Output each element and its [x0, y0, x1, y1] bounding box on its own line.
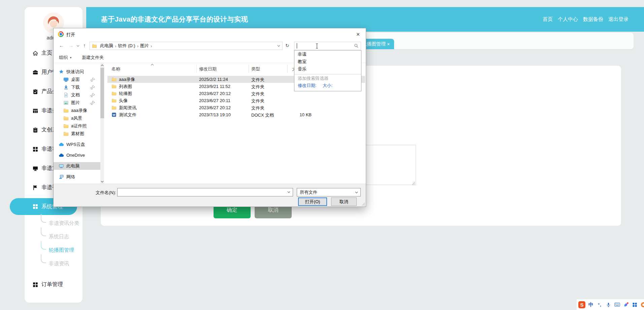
scroll-up-icon[interactable] [101, 64, 104, 66]
file-row[interactable]: 新闻资讯2023/6/27 20:12文件夹 [107, 104, 365, 111]
organize-button[interactable]: 组织 ▼ [59, 55, 72, 61]
scrollbar-thumb[interactable] [100, 68, 104, 118]
header-link-1[interactable]: 个人中心 [558, 16, 578, 23]
file-name-cell: 头像 [111, 97, 128, 104]
tree-item-label: a风景 [71, 115, 82, 121]
app-gradient-icon[interactable] [623, 302, 629, 308]
chrome-icon [58, 31, 64, 37]
file-row[interactable]: 头像2023/6/27 20:11文件夹 [107, 97, 365, 104]
grid-blue-icon[interactable] [632, 302, 638, 308]
table-icon [32, 108, 38, 114]
scroll-down-icon[interactable] [101, 181, 104, 183]
open-button[interactable]: 打开(O) [298, 197, 327, 206]
tree-item[interactable]: 素材图 [54, 130, 100, 137]
sidebar-item[interactable]: 订单管理 [25, 275, 83, 294]
dialog-resize-grip-icon[interactable] [361, 202, 365, 206]
tree-item[interactable]: 此电脑 [54, 162, 100, 170]
header-link-0[interactable]: 首页 [543, 16, 553, 23]
recent-locations-chevron-icon[interactable] [76, 45, 79, 47]
text-caret [297, 43, 297, 49]
refresh-icon[interactable]: ↻ [285, 43, 289, 48]
tab-close-icon[interactable]: × [387, 41, 390, 47]
column-divider [287, 65, 288, 73]
desktop-icon [63, 77, 69, 82]
tree-item[interactable]: a风景 [54, 114, 100, 122]
tree-item[interactable]: 下载 [54, 83, 100, 91]
dialog-footer: 文件名(N): 所有文件 打开(O) 取消 [54, 184, 366, 207]
onedrive-icon [59, 153, 64, 158]
forward-icon[interactable]: → [68, 42, 73, 48]
file-type: 文件夹 [251, 84, 264, 90]
dialog-close-button[interactable]: × [353, 29, 363, 39]
sogou-input-icon[interactable]: S [578, 301, 585, 308]
sort-ascending-icon[interactable] [151, 64, 154, 66]
back-icon[interactable]: ← [59, 42, 64, 48]
breadcrumb-item[interactable]: 图片 [138, 43, 151, 49]
dialog-cancel-button[interactable]: 取消 [331, 197, 357, 206]
organize-caret-icon: ▼ [69, 56, 72, 59]
tree-item[interactable]: 图片 [54, 99, 100, 106]
sidebar-subitem[interactable]: 系统日志 [25, 230, 83, 243]
header-link-3[interactable]: 退出登录 [608, 16, 629, 23]
file-row[interactable]: W测试文件2023/7/13 19:10DOCX 文档10 KB [107, 111, 365, 118]
pin-icon [90, 77, 95, 83]
tree-item[interactable]: 桌面 [54, 75, 100, 83]
search-suggestion[interactable]: 音乐 [294, 65, 361, 73]
folder-icon [63, 123, 69, 129]
tree-item-label: 网络 [66, 174, 75, 180]
dialog-titlebar[interactable]: 打开 × [54, 28, 366, 40]
tree-item-label: 文档 [71, 92, 80, 98]
file-date: 2025/2/2 11:24 [199, 77, 228, 82]
tree-item[interactable]: WPS云盘 [54, 141, 100, 148]
header-link-2[interactable]: 数据备份 [583, 16, 603, 23]
breadcrumb-item[interactable]: 此电脑 [98, 43, 115, 49]
chinese-mode-icon[interactable]: 中 [588, 302, 594, 308]
tree-item[interactable]: OneDrive [54, 151, 100, 159]
search-suggestion[interactable]: 教室 [294, 58, 361, 65]
sidebar-item-label: 订单管理 [41, 281, 63, 288]
breadcrumb-item[interactable]: 软件 (D:) [116, 43, 137, 49]
picture-icon [63, 100, 69, 105]
sidebar-subitem[interactable]: 非遗资讯分类 [25, 216, 83, 230]
column-header[interactable]: 修改日期 [199, 66, 217, 72]
filename-input[interactable] [117, 188, 293, 196]
sidebar-subitem[interactable]: 非遗资讯 [25, 257, 83, 270]
grid-icon [32, 146, 38, 152]
column-header[interactable]: 类型 [251, 66, 260, 72]
tree-item[interactable]: 网络 [54, 173, 100, 181]
file-name-cell: 列表图 [111, 83, 132, 90]
sidebar-subitem[interactable]: 轮播图管理 [25, 243, 83, 257]
search-icon[interactable] [354, 43, 359, 48]
briefcase-icon [32, 69, 38, 75]
search-filter-link[interactable]: 大小: [323, 83, 333, 89]
filetype-select[interactable]: 所有文件 [297, 188, 361, 196]
filename-dropdown-chevron-icon[interactable] [287, 191, 290, 193]
tree-item-label: a证件照 [71, 123, 87, 129]
tree-scrollbar[interactable] [100, 63, 104, 184]
breadcrumb-separator: › [151, 43, 152, 49]
mic-icon[interactable] [605, 302, 612, 308]
new-folder-button[interactable]: 新建文件夹 [82, 55, 104, 61]
add-search-filter-label: 添加搜索筛选器 [294, 75, 361, 82]
tree-item-label: 此电脑 [66, 163, 79, 169]
tree-item[interactable]: aaa录像 [54, 106, 100, 114]
up-icon[interactable]: ↑ [83, 42, 86, 48]
breadcrumb-chevron-icon[interactable] [277, 45, 280, 47]
search-filter-link[interactable]: 修改日期: [298, 83, 317, 89]
sidebar-item-label: 主页 [41, 50, 52, 57]
tree-item-label: 快速访问 [66, 69, 84, 75]
tree-item[interactable]: 文档 [54, 91, 100, 99]
search-suggestion[interactable]: 非遗 [294, 51, 361, 58]
search-input[interactable] [294, 42, 361, 50]
folder-icon [111, 91, 117, 96]
column-header[interactable]: 名称 [111, 66, 120, 72]
breadcrumb[interactable]: 此电脑›软件 (D:)›图片› [90, 42, 283, 50]
resize-grip-icon[interactable] [411, 180, 415, 184]
file-size: 10 KB [283, 112, 312, 117]
partial-tray-icon[interactable] [640, 302, 644, 308]
folder-icon [111, 98, 117, 103]
tree-item[interactable]: a证件照 [54, 122, 100, 130]
keyboard-icon[interactable] [614, 302, 620, 308]
punctuation-mode-icon[interactable]: °, [597, 302, 603, 308]
tree-item[interactable]: 快速访问 [54, 68, 100, 75]
